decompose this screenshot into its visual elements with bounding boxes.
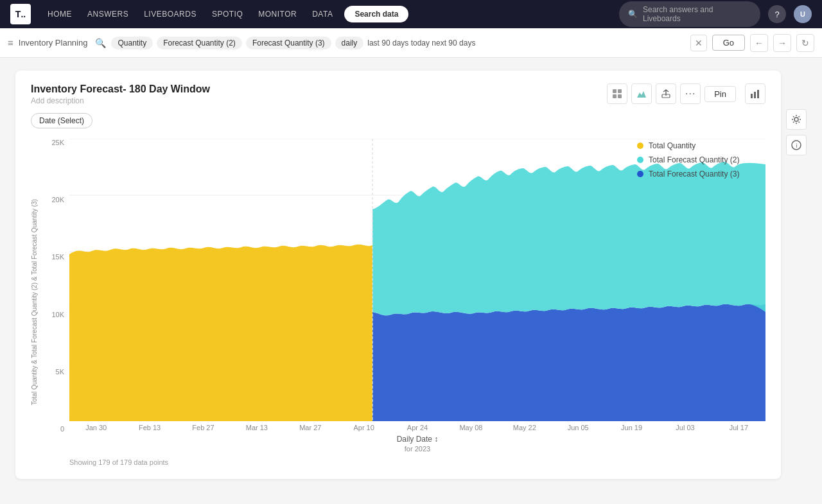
x-tick-jul03: Jul 03 xyxy=(658,424,712,431)
x-axis-label: Daily Date ↕ xyxy=(397,435,439,444)
x-axis-sublabel: for 2023 xyxy=(405,445,430,453)
side-panel: i xyxy=(781,71,807,479)
legend-label-forecast2: Total Forecast Quantity (2) xyxy=(649,155,739,164)
sort-icon[interactable]: ↕ xyxy=(434,435,438,444)
search-placeholder: Search answers and Liveboards xyxy=(643,5,751,23)
x-tick-mar27: Mar 27 xyxy=(284,424,337,431)
y-tick-15k: 15K xyxy=(51,253,67,261)
info-icon: i xyxy=(791,140,801,150)
avatar-initials: U xyxy=(800,10,805,18)
info-button[interactable]: i xyxy=(786,135,807,155)
chart-title: Inventory Forecast- 180 Day Window xyxy=(31,83,210,95)
x-tick-mar13: Mar 13 xyxy=(230,424,283,431)
svg-text:i: i xyxy=(796,143,798,149)
x-tick-may08: May 08 xyxy=(444,424,498,431)
main-content: Inventory Forecast- 180 Day Window Add d… xyxy=(0,58,822,504)
settings-button[interactable] xyxy=(786,109,807,130)
top-navigation: T.. HOME ANSWERS LIVEBOARDS SPOTIQ MONIT… xyxy=(0,0,822,28)
nav-menu: HOME ANSWERS LIVEBOARDS SPOTIQ MONITOR D… xyxy=(41,6,339,22)
chart-description[interactable]: Add description xyxy=(31,96,210,105)
tag-daily[interactable]: daily xyxy=(335,37,364,49)
chart-type-button[interactable] xyxy=(631,83,652,104)
svg-rect-1 xyxy=(618,89,622,93)
blue-area xyxy=(372,304,765,421)
refresh-button[interactable]: ↻ xyxy=(796,34,814,52)
nav-liveboards[interactable]: LIVEBOARDS xyxy=(137,6,203,22)
chart-toolbar: ··· Pin xyxy=(607,83,765,104)
chart-plot xyxy=(69,139,765,421)
search-data-button[interactable]: Search data xyxy=(344,6,408,22)
share-icon xyxy=(661,89,670,98)
nav-monitor[interactable]: MONITOR xyxy=(252,6,303,22)
svg-rect-8 xyxy=(757,90,759,98)
ellipsis-icon: ··· xyxy=(685,88,695,100)
nav-answers[interactable]: ANSWERS xyxy=(81,6,135,22)
y-tick-20k: 20K xyxy=(51,196,67,204)
svg-rect-3 xyxy=(618,94,622,98)
x-tick-jun19: Jun 19 xyxy=(605,424,658,431)
app-logo[interactable]: T.. xyxy=(10,4,31,24)
legend-dot-quantity xyxy=(637,143,643,149)
x-tick-jun05: Jun 05 xyxy=(552,424,605,431)
breadcrumb-title: Inventory Planning xyxy=(19,38,88,48)
date-range-text: last 90 days today next 90 days xyxy=(367,39,475,48)
table-view-button[interactable] xyxy=(607,83,627,104)
data-points-label: Showing 179 of 179 data points xyxy=(69,458,168,466)
gear-icon xyxy=(791,114,801,125)
nav-spotiq[interactable]: SPOTIQ xyxy=(206,6,249,22)
chart-wrapper: Inventory Forecast- 180 Day Window Add d… xyxy=(15,71,807,479)
forward-button[interactable]: → xyxy=(773,34,791,52)
menu-icon[interactable]: ≡ xyxy=(8,37,13,48)
bar-chart-button[interactable] xyxy=(745,83,765,104)
chart-header: Inventory Forecast- 180 Day Window Add d… xyxy=(31,83,765,105)
yellow-area xyxy=(69,245,372,421)
go-button[interactable]: Go xyxy=(712,35,745,51)
breadcrumb-actions: ✕ Go ← → ↻ xyxy=(690,34,814,52)
y-tick-25k: 25K xyxy=(51,139,67,146)
chart-inner: 25K 20K 15K 10K 5K 0 xyxy=(44,139,765,466)
search-small-icon: 🔍 xyxy=(95,38,106,48)
chart-legend: Total Quantity Total Forecast Quantity (… xyxy=(637,139,765,181)
chart-title-section: Inventory Forecast- 180 Day Window Add d… xyxy=(31,83,210,105)
legend-label-quantity: Total Quantity xyxy=(649,141,695,150)
user-avatar[interactable]: U xyxy=(794,5,812,23)
pin-button[interactable]: Pin xyxy=(704,86,736,102)
filter-row: Date (Select) xyxy=(31,113,765,128)
y-tick-5k: 5K xyxy=(56,368,67,376)
legend-item-forecast2: Total Forecast Quantity (2) xyxy=(637,155,765,164)
nav-home[interactable]: HOME xyxy=(41,6,78,22)
y-tick-10k: 10K xyxy=(51,311,67,318)
topnav-right: 🔍 Search answers and Liveboards ? U xyxy=(619,1,812,27)
y-tick-0: 0 xyxy=(60,425,67,433)
more-options-button[interactable]: ··· xyxy=(680,83,701,104)
svg-marker-4 xyxy=(637,91,646,98)
x-tick-feb27: Feb 27 xyxy=(177,424,230,431)
svg-rect-6 xyxy=(751,94,753,98)
back-button[interactable]: ← xyxy=(750,34,768,52)
bar-chart-icon xyxy=(750,89,760,99)
tag-forecast3[interactable]: Forecast Quantity (3) xyxy=(246,37,331,49)
search-icon: 🔍 xyxy=(628,10,638,19)
x-tick-apr10: Apr 10 xyxy=(337,424,390,431)
tag-forecast2[interactable]: Forecast Quantity (2) xyxy=(157,37,242,49)
x-tick-feb13: Feb 13 xyxy=(123,424,176,431)
chart-panel: Inventory Forecast- 180 Day Window Add d… xyxy=(15,71,781,479)
x-axis-label-text: Daily Date xyxy=(397,435,432,444)
share-button[interactable] xyxy=(656,83,676,104)
date-filter-button[interactable]: Date (Select) xyxy=(31,113,92,128)
x-tick-may22: May 22 xyxy=(498,424,551,431)
x-tick-jul17: Jul 17 xyxy=(712,424,765,431)
svg-rect-2 xyxy=(613,94,616,98)
tag-quantity[interactable]: Quantity xyxy=(111,37,153,49)
chart-area: Total Quantity & Total Forecast Quantity… xyxy=(31,139,765,466)
svg-rect-0 xyxy=(613,89,616,93)
help-button[interactable]: ? xyxy=(768,5,786,23)
nav-data[interactable]: DATA xyxy=(306,6,339,22)
clear-search-button[interactable]: ✕ xyxy=(690,35,707,51)
search-tags: Quantity Forecast Quantity (2) Forecast … xyxy=(111,37,685,49)
area-chart-icon xyxy=(636,89,647,99)
x-tick-apr24: Apr 24 xyxy=(390,424,444,431)
legend-item-quantity: Total Quantity xyxy=(637,141,765,150)
legend-dot-forecast2 xyxy=(637,157,643,163)
global-search-bar[interactable]: 🔍 Search answers and Liveboards xyxy=(619,1,760,27)
